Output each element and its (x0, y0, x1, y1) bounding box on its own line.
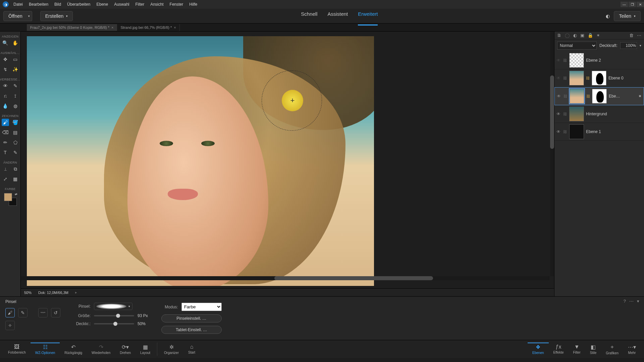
layer-row-ebene0[interactable]: 👁 ⛓ ⛓ Ebene 0 (554, 69, 644, 87)
menu-filter[interactable]: Filter (135, 1, 145, 8)
redo-button[interactable]: ↷Wiederholen (87, 343, 115, 356)
blur-tool[interactable]: 💧 (2, 102, 9, 110)
window-minimize-button[interactable]: — (621, 2, 628, 7)
options-menu-icon[interactable]: ⋯ (629, 299, 634, 304)
panel-menu-icon[interactable]: ⋯ (637, 33, 641, 38)
open-button[interactable]: Öffnen (3, 11, 28, 21)
document-tab-2[interactable]: Strand.jpg bei 66,7% (RGB/8) * × (117, 24, 179, 31)
layer-thumbnail[interactable] (569, 107, 584, 121)
more-panel-button[interactable]: ⋯▾Mehr (623, 343, 641, 356)
stamp-tool[interactable]: ⟟ (12, 92, 19, 100)
menu-layer[interactable]: Ebene (96, 1, 109, 8)
sponge-tool[interactable]: ◍ (12, 102, 19, 110)
layer-name[interactable]: Hintergrund (586, 112, 607, 116)
spot-heal-tool[interactable]: ✎ (12, 82, 19, 89)
window-restore-button[interactable]: ❐ (629, 2, 636, 7)
create-button[interactable]: Erstellen ▾ (40, 11, 73, 21)
layer-name[interactable]: Ebene 2 (586, 58, 601, 63)
layer-name[interactable]: Ebene 0 (608, 76, 624, 80)
zoom-tool[interactable]: 🔍 (2, 39, 9, 47)
brush-variant-impression[interactable]: 〰 (38, 308, 48, 317)
lock-icon[interactable]: 🔒 (588, 33, 593, 38)
zoom-indicator[interactable]: 50% (24, 291, 32, 295)
canvas[interactable]: + (27, 36, 374, 286)
color-swatches[interactable]: ⇄ (4, 193, 17, 206)
menu-help[interactable]: Hilfe (189, 1, 198, 8)
collapse-icon[interactable]: ▾ (637, 299, 639, 304)
visibility-toggle[interactable]: 👁 (557, 94, 561, 99)
lock-toggle[interactable]: ⛓ (563, 58, 567, 62)
opacity-slider[interactable] (94, 323, 134, 324)
menu-select[interactable]: Auswahl (113, 1, 130, 8)
brush-preset-dropdown[interactable]: ▾ (94, 303, 132, 310)
visibility-toggle[interactable]: 👁 (556, 129, 561, 134)
blend-mode-select[interactable]: Normal (557, 42, 597, 50)
trash-icon[interactable]: 🗑 (629, 33, 634, 38)
adjust-icon[interactable]: ◐ (573, 33, 577, 38)
layer-mask-thumbnail[interactable] (592, 71, 606, 85)
menu-enhance[interactable]: Überarbeiten (66, 1, 91, 8)
chevron-down-icon[interactable]: ▾ (640, 44, 641, 47)
lock-toggle[interactable]: ⛓ (563, 76, 567, 80)
eyedropper-tool[interactable]: ✎ (12, 149, 19, 156)
brush-variant-symmetry[interactable]: ✧ (5, 321, 15, 330)
help-icon[interactable]: ? (624, 299, 626, 304)
layer-row-ebene2[interactable]: 👁 ⛓ Ebene 2 (554, 52, 644, 69)
tool-options-button[interactable]: ☷WZ-Optionen (31, 343, 60, 356)
size-value[interactable]: 93 Px (138, 313, 148, 318)
recompose-tool[interactable]: ⧉ (12, 165, 19, 173)
hand-tool[interactable]: ✋ (12, 39, 19, 47)
close-icon[interactable]: × (174, 25, 176, 29)
paintbucket-tool[interactable]: 🪣 (12, 119, 19, 126)
menu-view[interactable]: Ansicht (150, 1, 164, 8)
layer-mask-thumbnail[interactable] (592, 89, 607, 104)
mode-advanced-tab[interactable]: Erweitert (358, 11, 378, 25)
fx-badge-icon[interactable]: ✶ (638, 94, 642, 99)
vertical-scrollbar[interactable] (550, 32, 554, 276)
content-move-tool[interactable]: ▦ (12, 175, 19, 183)
gradient-tool[interactable]: ▤ (12, 129, 19, 136)
layer-row-hintergrund[interactable]: 👁 ⛓ Hintergrund (554, 105, 644, 123)
undo-button[interactable]: ↶Rückgängig (60, 343, 87, 356)
graphics-panel-button[interactable]: ＋Grafiken (601, 342, 623, 356)
foreground-swatch[interactable] (4, 193, 12, 201)
visibility-toggle[interactable]: 👁 (556, 112, 561, 116)
status-arrow-icon[interactable]: ▸ (75, 290, 77, 295)
brush-variant-soft[interactable]: 🖌 (5, 308, 15, 317)
menu-window[interactable]: Fenster (169, 1, 184, 8)
pencil-tool[interactable]: ✏ (2, 139, 9, 146)
close-icon[interactable]: × (111, 25, 113, 29)
lock-toggle[interactable]: ⛓ (563, 112, 567, 116)
crop-tool[interactable]: ⟂ (2, 165, 9, 173)
brush-settings-button[interactable]: Pinseleinstell. … (161, 314, 222, 322)
new-layer-icon[interactable]: 🗎 (557, 33, 561, 38)
opacity-input[interactable] (620, 42, 637, 49)
redeye-tool[interactable]: 👁 (2, 82, 9, 89)
rotate-button[interactable]: ⟳▾Drehen (115, 343, 136, 356)
swap-colors-icon[interactable]: ⇄ (15, 192, 17, 196)
layout-button[interactable]: ▦Layout (136, 343, 155, 356)
text-tool[interactable]: T (2, 149, 9, 156)
home-button[interactable]: ⌂Start (183, 343, 200, 356)
opacity-value[interactable]: 50% (138, 321, 146, 326)
horizontal-scrollbar[interactable] (21, 276, 549, 280)
layer-thumbnail[interactable] (569, 53, 584, 68)
wand-tool[interactable]: ✨ (12, 66, 19, 73)
lasso-tool[interactable]: ↯ (2, 66, 9, 73)
straighten-tool[interactable]: ⤢ (2, 175, 9, 183)
mode-quick-tab[interactable]: Schnell (301, 11, 317, 21)
brush-blend-mode-select[interactable]: Farbe (181, 303, 222, 311)
visibility-toggle[interactable]: 👁 (556, 58, 561, 63)
menu-image[interactable]: Bild (54, 1, 62, 8)
filters-panel-button[interactable]: ▼Filter (569, 343, 585, 356)
photobin-button[interactable]: 🖼Fotobereich (3, 343, 31, 356)
document-tab-1[interactable]: Frau7_2x.jpg bei 50% (Ebene 0 Kopie, RGB… (27, 24, 117, 31)
mode-assistant-tab[interactable]: Assistent (327, 11, 348, 21)
mask-icon[interactable]: ▣ (580, 33, 584, 38)
effects-panel-button[interactable]: ƒxEffekte (549, 343, 569, 356)
menu-edit[interactable]: Bearbeiten (28, 1, 49, 8)
layers-panel-button[interactable]: ❖Ebenen (528, 343, 548, 356)
move-tool[interactable]: ✥ (2, 56, 9, 63)
brush-variant-replace[interactable]: ↺ (51, 308, 60, 317)
layer-name[interactable]: Ebe… (609, 94, 620, 99)
